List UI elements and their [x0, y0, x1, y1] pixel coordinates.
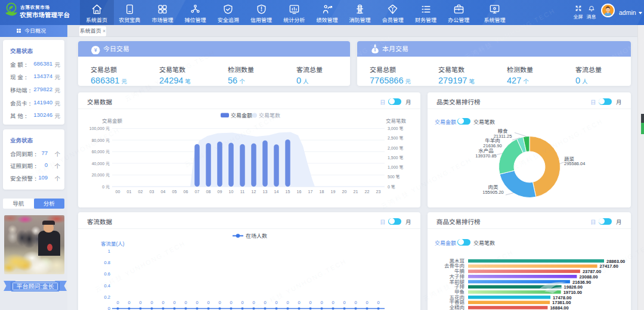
svg-text:22: 22	[365, 190, 370, 194]
svg-text:0: 0	[116, 300, 119, 305]
svg-text:0: 0	[275, 300, 277, 305]
svg-text:17361.00: 17361.00	[552, 300, 571, 305]
svg-text:21636.90: 21636.90	[572, 280, 591, 285]
svg-text:0: 0	[286, 300, 289, 305]
svg-text:0: 0	[241, 300, 243, 305]
svg-text:02: 02	[138, 190, 143, 194]
svg-text:0: 0	[252, 300, 255, 305]
svg-text:0 笔: 0 笔	[388, 185, 395, 189]
svg-text:295586.04: 295586.04	[564, 161, 585, 166]
svg-text:0: 0	[196, 300, 198, 305]
svg-text:60,000 元: 60,000 元	[92, 150, 110, 154]
svg-text:08: 08	[206, 190, 211, 194]
svg-text:09: 09	[218, 190, 222, 194]
svg-text:2,500 笔: 2,500 笔	[388, 136, 403, 140]
svg-text:0: 0	[354, 300, 357, 305]
svg-text:07: 07	[195, 190, 200, 194]
svg-text:18: 18	[320, 190, 324, 194]
svg-text:交易笔数: 交易笔数	[386, 118, 407, 124]
svg-text:16884.00: 16884.00	[550, 305, 568, 310]
svg-text:06: 06	[184, 190, 188, 194]
svg-text:3,000 笔: 3,000 笔	[388, 126, 403, 131]
svg-text:0 元: 0 元	[102, 185, 110, 189]
svg-text:0.4: 0.4	[104, 283, 110, 289]
svg-text:23: 23	[376, 190, 381, 194]
svg-text:12: 12	[252, 190, 256, 194]
svg-text:40,000 元: 40,000 元	[92, 162, 110, 166]
svg-text:04: 04	[161, 190, 166, 194]
svg-text:0: 0	[150, 300, 153, 305]
svg-text:21311.25: 21311.25	[494, 134, 512, 139]
svg-text:19826.00: 19826.00	[564, 284, 583, 290]
svg-text:0: 0	[377, 300, 379, 305]
svg-text:155905.20: 155905.20	[482, 190, 503, 195]
svg-text:0: 0	[264, 300, 266, 305]
svg-text:16: 16	[297, 190, 302, 194]
svg-text:1,000 笔: 1,000 笔	[388, 165, 403, 169]
svg-text:在场人数: 在场人数	[246, 233, 267, 239]
svg-text:0: 0	[309, 300, 311, 305]
svg-text:2,000 笔: 2,000 笔	[388, 146, 403, 150]
svg-text:0: 0	[139, 300, 141, 305]
svg-text:客流量(人): 客流量(人)	[101, 241, 125, 247]
svg-text:21: 21	[354, 190, 358, 194]
svg-text:0: 0	[332, 300, 334, 305]
svg-text:20,000 元: 20,000 元	[92, 173, 110, 177]
svg-text:0.6: 0.6	[104, 271, 110, 277]
svg-text:27417.60: 27417.60	[600, 264, 618, 269]
svg-text:03: 03	[150, 190, 154, 194]
svg-text:14: 14	[274, 190, 279, 194]
svg-text:21636.90: 21636.90	[483, 143, 501, 148]
svg-text:0: 0	[366, 300, 368, 305]
svg-text:交易金额: 交易金额	[102, 118, 123, 124]
svg-text:0: 0	[343, 300, 345, 305]
svg-text:平台顾问:金长: 平台顾问:金长	[17, 283, 54, 290]
svg-text:0: 0	[184, 300, 187, 305]
svg-text:19710.00: 19710.00	[564, 290, 582, 295]
svg-text:17478.00: 17478.00	[553, 295, 571, 300]
svg-text:0: 0	[218, 300, 221, 305]
svg-text:0: 0	[128, 300, 130, 305]
svg-text:15: 15	[286, 190, 290, 194]
svg-text:20: 20	[342, 190, 347, 194]
svg-text:10: 10	[229, 190, 234, 194]
svg-text:23787.00: 23787.00	[583, 269, 601, 274]
svg-text:500 笔: 500 笔	[388, 175, 400, 179]
svg-text:1,500 笔: 1,500 笔	[388, 156, 403, 160]
svg-text:19: 19	[331, 190, 336, 194]
svg-text:0: 0	[320, 300, 323, 305]
svg-text:0: 0	[173, 300, 175, 305]
svg-text:11: 11	[240, 190, 244, 194]
svg-text:28863.00: 28863.00	[606, 259, 625, 264]
svg-text:交易金额: 交易金额	[231, 113, 252, 119]
svg-text:01: 01	[127, 190, 132, 194]
svg-text:0: 0	[298, 300, 300, 305]
svg-text:05: 05	[172, 190, 177, 194]
svg-text:23088.00: 23088.00	[579, 274, 597, 280]
svg-text:80,000 元: 80,000 元	[92, 138, 110, 142]
svg-text:0: 0	[162, 300, 164, 305]
svg-text:13: 13	[263, 190, 268, 194]
svg-text:100,000 元: 100,000 元	[89, 126, 110, 131]
svg-text:17: 17	[308, 190, 313, 194]
svg-text:0.8: 0.8	[104, 260, 110, 265]
svg-text:0: 0	[108, 306, 110, 310]
svg-text:1: 1	[108, 249, 110, 254]
svg-text:0.2: 0.2	[104, 294, 110, 300]
svg-text:0: 0	[230, 300, 232, 305]
svg-text:139370.85: 139370.85	[475, 153, 496, 159]
svg-text:0: 0	[207, 300, 209, 305]
svg-text:交易笔数: 交易笔数	[259, 113, 280, 119]
svg-text:¥: ¥	[94, 47, 97, 53]
svg-text:00: 00	[116, 190, 120, 194]
svg-text:全精肉: 全精肉	[449, 305, 465, 310]
